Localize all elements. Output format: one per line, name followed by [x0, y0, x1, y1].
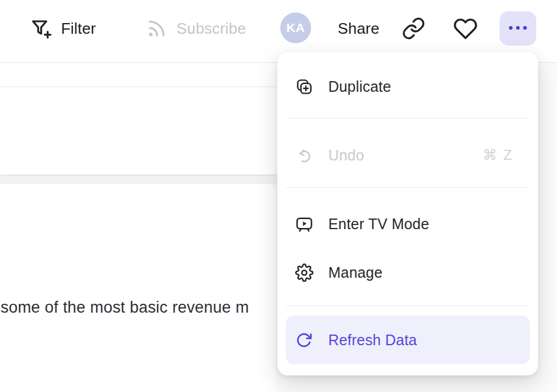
menu-item-refresh-data[interactable]: Refresh Data [286, 316, 530, 364]
link-icon [402, 17, 425, 40]
refresh-icon [295, 331, 313, 349]
more-options-button[interactable] [500, 11, 536, 46]
gear-icon [295, 264, 313, 282]
menu-item-label: Manage [328, 264, 383, 281]
filter-plus-icon [30, 17, 52, 40]
undo-shortcut: ⌘ Z [483, 147, 513, 163]
lower-content-card: some of the most basic revenue m [0, 184, 276, 392]
copy-link-button[interactable] [402, 11, 425, 46]
filter-button[interactable]: Filter [30, 11, 96, 46]
ellipsis-icon [507, 24, 529, 34]
menu-item-enter-tv-mode[interactable]: Enter TV Mode [277, 203, 538, 245]
upper-content-card [0, 88, 277, 175]
tv-icon [295, 215, 313, 233]
body-text: some of the most basic revenue m [1, 298, 249, 317]
undo-icon [295, 146, 313, 165]
menu-item-manage[interactable]: Manage [277, 251, 538, 294]
heart-icon [453, 17, 478, 41]
menu-item-label: Duplicate [328, 78, 391, 95]
share-button[interactable]: Share [338, 11, 379, 46]
menu-divider [286, 118, 530, 118]
subscribe-button[interactable]: Subscribe [145, 11, 246, 46]
menu-divider [286, 187, 530, 188]
subscribe-label: Subscribe [177, 20, 246, 38]
favorite-button[interactable] [453, 11, 478, 46]
rss-icon [145, 17, 168, 40]
menu-item-label: Enter TV Mode [328, 216, 429, 233]
page: Filter Subscribe KA Share [0, 0, 557, 392]
share-label: Share [338, 20, 379, 38]
duplicate-icon [295, 78, 313, 96]
filter-label: Filter [61, 20, 96, 38]
menu-item-label: Refresh Data [328, 332, 417, 349]
menu-item-duplicate[interactable]: Duplicate [277, 65, 538, 108]
sub-header-band [0, 63, 277, 87]
avatar[interactable]: KA [280, 12, 311, 43]
menu-divider [286, 306, 530, 306]
menu-item-undo[interactable]: Undo ⌘ Z [277, 134, 538, 176]
section-gap [0, 176, 277, 184]
menu-item-label: Undo [328, 147, 364, 164]
more-options-menu: Duplicate Undo ⌘ Z Enter TV M [277, 52, 538, 375]
